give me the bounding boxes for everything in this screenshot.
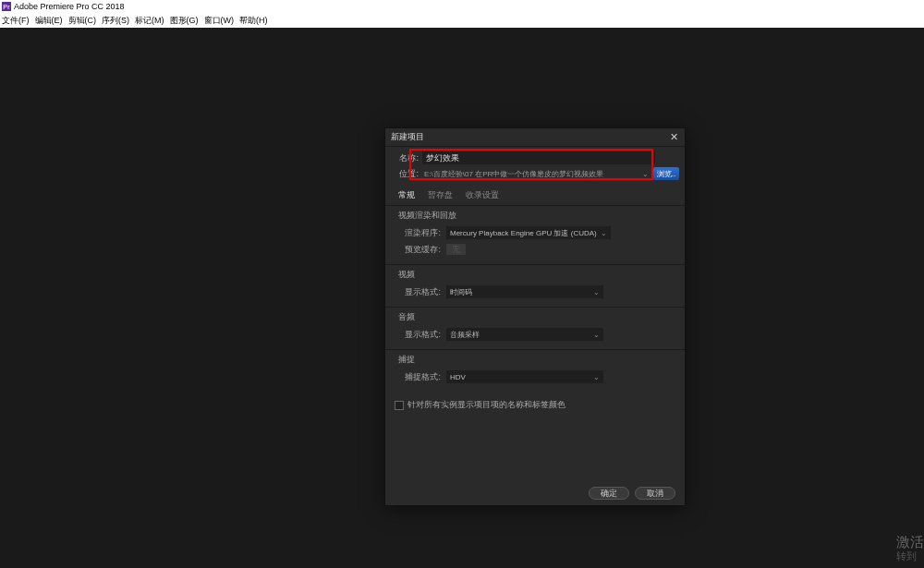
dialog-tabs: 常规 暂存盘 收录设置	[385, 184, 685, 206]
section-video: 视频 显示格式: 时间码 ⌄	[385, 265, 685, 308]
capture-fmt-value: HDV	[450, 373, 466, 381]
menu-edit[interactable]: 编辑(E)	[35, 15, 63, 27]
chevron-down-icon: ⌄	[593, 373, 600, 381]
renderer-select[interactable]: Mercury Playback Engine GPU 加速 (CUDA) ⌄	[446, 226, 611, 239]
dialog-footer: 确定 取消	[589, 487, 675, 500]
menu-seq[interactable]: 序列(S)	[102, 15, 129, 27]
location-value: E:\百度经验\07 在PR中做一个仿像磨皮的梦幻视频效果	[422, 167, 639, 180]
capture-fmt-label: 捕捉格式:	[398, 371, 441, 383]
renderer-value: Mercury Playback Engine GPU 加速 (CUDA)	[450, 228, 597, 238]
show-names-checkbox[interactable]	[395, 401, 404, 410]
tab-general[interactable]: 常规	[398, 189, 415, 201]
chevron-down-icon: ⌄	[593, 288, 600, 296]
watermark-line1: 激活	[896, 534, 924, 550]
menu-clip[interactable]: 剪辑(C)	[68, 15, 97, 27]
new-project-dialog: 新建项目 ✕ 名称: 位置: E:\百度经验\07 在PR中做一个仿像磨皮的梦幻…	[384, 127, 686, 506]
capture-fmt-select[interactable]: HDV ⌄	[446, 370, 603, 383]
menu-graph[interactable]: 图形(G)	[170, 15, 199, 27]
section-audio-title: 音频	[398, 311, 675, 323]
menu-help[interactable]: 帮助(H)	[239, 15, 268, 27]
menu-marker[interactable]: 标记(M)	[135, 15, 164, 27]
section-capture: 捕捉 捕捉格式: HDV ⌄	[385, 350, 685, 392]
name-input[interactable]	[422, 151, 655, 164]
video-fmt-value: 时间码	[450, 287, 472, 297]
menubar: 文件(F) 编辑(E) 剪辑(C) 序列(S) 标记(M) 图形(G) 窗口(W…	[0, 13, 924, 28]
location-label: 位置:	[391, 168, 419, 180]
cancel-button[interactable]: 取消	[635, 487, 675, 500]
checkbox-label: 针对所有实例显示项目项的名称和标签颜色	[407, 399, 565, 411]
checkbox-row: 针对所有实例显示项目项的名称和标签颜色	[385, 392, 685, 418]
app-icon: Pr	[2, 2, 11, 11]
workspace: 新建项目 ✕ 名称: 位置: E:\百度经验\07 在PR中做一个仿像磨皮的梦幻…	[0, 28, 924, 568]
section-video-title: 视频	[398, 269, 675, 281]
titlebar: Pr Adobe Premiere Pro CC 2018	[0, 0, 924, 13]
watermark-line2: 转到	[896, 550, 924, 562]
cache-value: 无	[446, 244, 466, 255]
video-fmt-label: 显示格式:	[398, 286, 441, 298]
section-render: 视频渲染和回放 渲染程序: Mercury Playback Engine GP…	[385, 206, 685, 265]
ok-button[interactable]: 确定	[589, 487, 629, 500]
tab-ingest[interactable]: 收录设置	[466, 189, 499, 201]
dialog-header: 新建项目 ✕	[385, 128, 685, 147]
section-render-title: 视频渲染和回放	[398, 210, 675, 222]
video-fmt-select[interactable]: 时间码 ⌄	[446, 285, 603, 298]
tab-scratch[interactable]: 暂存盘	[428, 189, 453, 201]
chevron-down-icon: ⌄	[601, 229, 607, 237]
audio-fmt-select[interactable]: 音频采样 ⌄	[446, 328, 603, 341]
menu-file[interactable]: 文件(F)	[2, 15, 30, 27]
audio-fmt-value: 音频采样	[450, 330, 480, 340]
renderer-label: 渲染程序:	[398, 227, 441, 239]
cache-label: 预览缓存:	[398, 244, 441, 256]
name-label: 名称:	[391, 152, 419, 164]
chevron-down-icon[interactable]: ⌄	[642, 170, 649, 178]
close-icon[interactable]: ✕	[668, 132, 679, 143]
activation-watermark: 激活 转到	[896, 534, 924, 562]
chevron-down-icon: ⌄	[593, 331, 600, 339]
dialog-title: 新建项目	[391, 131, 424, 143]
browse-button[interactable]: 浏览..	[653, 167, 679, 180]
menu-window[interactable]: 窗口(W)	[204, 15, 235, 27]
section-capture-title: 捕捉	[398, 354, 675, 366]
app-title: Adobe Premiere Pro CC 2018	[14, 2, 125, 11]
audio-fmt-label: 显示格式:	[398, 329, 441, 341]
section-audio: 音频 显示格式: 音频采样 ⌄	[385, 308, 685, 350]
